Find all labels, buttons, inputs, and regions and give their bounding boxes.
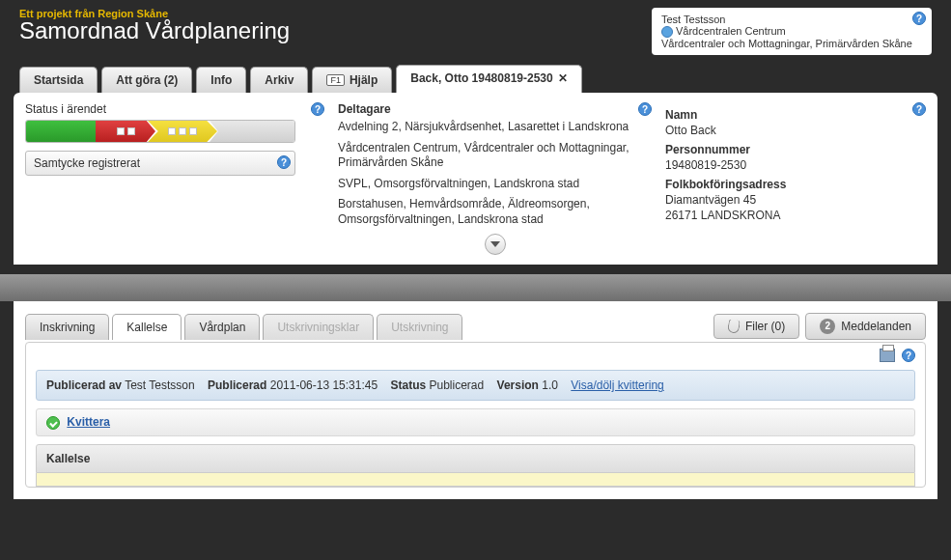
- globe-icon: [661, 26, 673, 38]
- check-icon: [46, 416, 60, 430]
- close-icon[interactable]: ✕: [558, 71, 568, 85]
- pub-version-label: Version: [497, 378, 539, 392]
- tab-patient[interactable]: Back, Otto 19480819-2530 ✕: [396, 65, 581, 93]
- pnr-label: Personnummer: [665, 143, 926, 156]
- user-name: Test Testsson: [661, 14, 922, 25]
- status-progress: [25, 120, 295, 143]
- consent-box: ? Samtycke registrerat: [25, 151, 295, 176]
- addr-line2: 26171 LANDSKRONA: [665, 209, 926, 222]
- divider-band: [0, 274, 951, 301]
- help-icon[interactable]: ?: [912, 12, 926, 25]
- user-unit: Vårdcentralen Centrum: [676, 25, 786, 37]
- addr-label: Folkbokföringsadress: [665, 178, 926, 191]
- status-seg-green: [26, 121, 96, 142]
- status-seg-red: [96, 121, 155, 142]
- print-icon[interactable]: [880, 349, 895, 362]
- sub-content: Inskrivning Kallelse Vårdplan Utskrivnin…: [14, 301, 937, 500]
- pub-date-value: 2011-06-13 15:31:45: [270, 378, 378, 392]
- tab-info[interactable]: Info: [196, 67, 246, 93]
- subtab-utskrivning: Utskrivning: [377, 314, 462, 340]
- consent-text: Samtycke registrerat: [34, 156, 140, 170]
- f1-badge: F1: [326, 74, 345, 86]
- participants-panel: ? Deltagare Avdelning 2, Närsjukvårdsenh…: [338, 102, 652, 255]
- addr-line1: Diamantvägen 45: [665, 193, 926, 207]
- pnr-value: 19480819-2530: [665, 158, 926, 172]
- tab-patient-label: Back, Otto 19480819-2530: [410, 71, 552, 85]
- subtab-inskrivning[interactable]: Inskrivning: [25, 314, 109, 340]
- files-button[interactable]: Filer (0): [713, 314, 799, 339]
- pub-date-label: Publicerad: [208, 378, 266, 392]
- chevron-down-icon[interactable]: [485, 234, 506, 255]
- help-icon[interactable]: ?: [277, 155, 291, 169]
- user-box: ? Test Testsson Vårdcentralen Centrum Vå…: [652, 8, 932, 55]
- help-icon[interactable]: ?: [902, 349, 915, 362]
- name-label: Namn: [665, 108, 926, 122]
- main-tabs: Startsida Att göra (2) Info Arkiv F1Hjäl…: [0, 55, 951, 93]
- person-panel: ? Namn Otto Back Personnummer 19480819-2…: [665, 102, 926, 255]
- toggle-kvittering-link[interactable]: Visa/dölj kvittering: [571, 378, 664, 392]
- subtab-vardplan[interactable]: Vårdplan: [184, 314, 260, 340]
- main-panel: ? Status i ärendet ? Samtycke registrera…: [14, 93, 937, 265]
- pub-version-value: 1.0: [542, 378, 558, 392]
- kvittera-link[interactable]: Kvittera: [67, 415, 110, 429]
- subtab-kallelse[interactable]: Kallelse: [112, 314, 182, 340]
- participants-title: Deltagare: [338, 102, 652, 116]
- kallelse-section-header: Kallelse: [36, 444, 915, 473]
- kallelse-section-body: [36, 473, 915, 487]
- status-title: Status i ärendet: [25, 102, 324, 116]
- content-box: ? Publicerad av Test Testsson Publicerad…: [25, 342, 926, 489]
- messages-button[interactable]: 2 Meddelanden: [805, 313, 926, 340]
- user-org: Vårdcentraler och Mottagningar, Primärvå…: [661, 38, 922, 49]
- list-item: Borstahusen, Hemvårdsområde, Äldreomsorg…: [338, 197, 652, 227]
- messages-count-badge: 2: [820, 319, 835, 334]
- tab-arkiv[interactable]: Arkiv: [250, 67, 308, 93]
- pub-status-value: Publicerad: [430, 378, 485, 392]
- pub-status-label: Status: [390, 378, 426, 392]
- header-title: Samordnad Vårdplanering: [19, 17, 290, 44]
- tab-att-gora[interactable]: Att göra (2): [101, 67, 192, 93]
- subtab-utskrivningsklar: Utskrivningsklar: [263, 314, 374, 340]
- tab-hjalp[interactable]: F1Hjälp: [312, 67, 392, 93]
- status-panel: ? Status i ärendet ? Samtycke registrera…: [25, 102, 324, 255]
- kvittera-row: Kvittera: [36, 408, 915, 436]
- tab-startsida[interactable]: Startsida: [19, 67, 98, 93]
- status-seg-yellow: [148, 121, 217, 142]
- pub-by-label: Publicerad av: [46, 378, 122, 392]
- pub-by-value: Test Testsson: [125, 378, 194, 392]
- paperclip-icon: [727, 319, 741, 334]
- publish-info-bar: Publicerad av Test Testsson Publicerad 2…: [36, 370, 915, 401]
- messages-label: Meddelanden: [841, 320, 911, 333]
- help-icon[interactable]: ?: [311, 102, 324, 116]
- files-label: Filer (0): [745, 320, 785, 333]
- help-icon[interactable]: ?: [912, 102, 926, 116]
- subtabs: Inskrivning Kallelse Vårdplan Utskrivnin…: [25, 314, 462, 340]
- app-header: Ett projekt från Region Skåne Samordnad …: [0, 0, 951, 55]
- list-item: SVPL, Omsorgsförvaltningen, Landskrona s…: [338, 177, 652, 192]
- name-value: Otto Back: [665, 124, 926, 137]
- list-item: Vårdcentralen Centrum, Vårdcentraler och…: [338, 141, 652, 171]
- list-item: Avdelning 2, Närsjukvårdsenhet, Lasarett…: [338, 120, 652, 135]
- status-seg-gray: [210, 121, 294, 142]
- participants-list: Avdelning 2, Närsjukvårdsenhet, Lasarett…: [338, 120, 652, 228]
- help-icon[interactable]: ?: [638, 102, 652, 116]
